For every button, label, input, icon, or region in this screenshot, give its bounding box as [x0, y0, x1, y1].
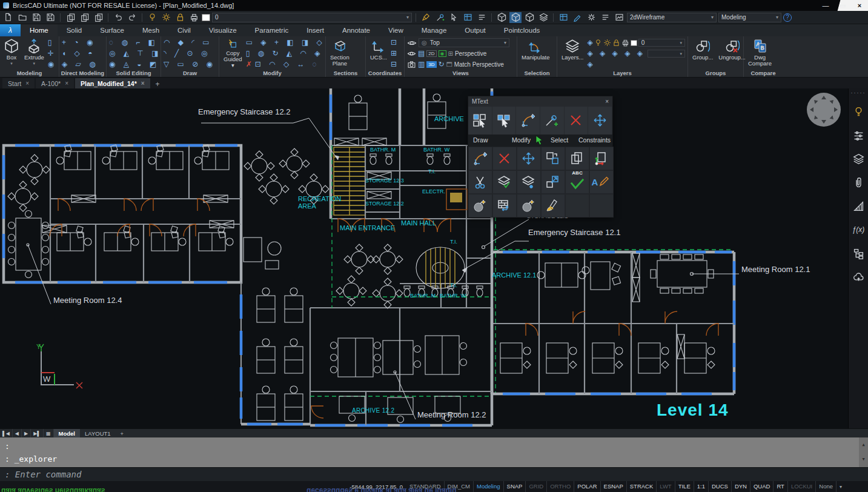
label-archive-121[interactable]: ARCHIVE 12.1: [492, 271, 536, 279]
label-level-14[interactable]: Level 14: [657, 401, 729, 420]
label-main-hall[interactable]: MAIN HALL: [401, 219, 436, 227]
layer-bulb-icon[interactable]: [594, 39, 602, 47]
last-layout-button[interactable]: ▶▌: [31, 429, 44, 437]
mtext-palette-header[interactable]: MText ×: [468, 96, 612, 107]
command-scrollbar[interactable]: ▲ ▼: [859, 437, 868, 467]
tab-annotate[interactable]: Annotate: [333, 24, 379, 36]
doc-tab-a100[interactable]: A-100*×: [36, 78, 74, 88]
tab-mesh[interactable]: Mesh: [133, 24, 168, 36]
scale-tool[interactable]: [541, 170, 565, 194]
doc-tab-plan-modified-14[interactable]: Plan_Modified_14*×: [75, 78, 150, 88]
status-quad[interactable]: QUAD: [750, 481, 774, 492]
status-polar[interactable]: POLAR: [574, 481, 600, 492]
label-meeting-room-121[interactable]: Meeting Room 12.1: [741, 265, 810, 274]
status-tile[interactable]: TILE: [675, 481, 694, 492]
image-icon[interactable]: [613, 12, 625, 23]
properties-sliders-icon[interactable]: [850, 125, 866, 145]
status-dyn[interactable]: DYN: [732, 481, 750, 492]
snap-toggle-icon[interactable]: [475, 12, 488, 23]
manipulate-button[interactable]: Manipulate: [520, 38, 551, 70]
group-button[interactable]: Group...: [691, 38, 715, 70]
new-tab-button[interactable]: +: [151, 80, 164, 88]
status-grid[interactable]: GRID: [526, 481, 547, 492]
modify-icons[interactable]: ▭ ◈ + ◧ ◨ ◇ ▯ ◍ ↻ ◭ ◠ ◈ ✗⊡ ◠ ◇ ↔ ◌: [246, 38, 325, 70]
panel-handle[interactable]: ·····: [851, 90, 866, 98]
ucs-button[interactable]: UCS...: [368, 38, 389, 70]
layer-state-select[interactable]: ▾: [648, 50, 685, 58]
status-lockui[interactable]: LOCKUI: [788, 481, 816, 492]
align-tool[interactable]: [589, 147, 614, 170]
coords-mini-icons[interactable]: ⊡: [391, 38, 400, 48]
status-esnap[interactable]: ESNAP: [601, 481, 627, 492]
delete-tool[interactable]: [492, 147, 517, 170]
scroll-up-icon[interactable]: ▲: [862, 439, 864, 451]
match-perspective-label[interactable]: Match Perspective: [454, 61, 504, 68]
label-bathr-m-low[interactable]: BATHR. M: [410, 293, 436, 299]
status-scale[interactable]: 1:1: [694, 481, 709, 492]
wipeout-tool[interactable]: [541, 194, 565, 218]
tab-visualize[interactable]: Visualize: [200, 24, 246, 36]
hidden-cube-icon[interactable]: [523, 12, 535, 23]
prev-layout-button[interactable]: ◀: [13, 429, 22, 437]
workspace-select[interactable]: Modeling▾: [718, 13, 781, 22]
copy-tool[interactable]: [565, 147, 589, 170]
cloud-upload-icon[interactable]: [850, 267, 866, 287]
label-meeting-room-122[interactable]: Meeting Room 12.2: [417, 410, 486, 419]
add-layer-tool[interactable]: [517, 170, 541, 194]
tab-insert[interactable]: Insert: [297, 24, 333, 36]
select-entities-button[interactable]: [468, 107, 492, 135]
model-tab[interactable]: Model: [54, 429, 80, 437]
rotate-button[interactable]: [516, 107, 540, 135]
label-meeting-room-124[interactable]: Meeting Room 12.4: [53, 296, 122, 305]
layers-panel-icon[interactable]: [850, 148, 866, 169]
ungroup-button[interactable]: Ungroup...: [717, 38, 747, 70]
move-wall-tool[interactable]: [492, 194, 517, 218]
status-chevron-icon[interactable]: ▾: [837, 484, 845, 490]
tab-view[interactable]: View: [379, 24, 412, 36]
eye-icon[interactable]: [407, 38, 417, 48]
close-button[interactable]: ×: [851, 2, 868, 9]
new-file-icon[interactable]: [2, 12, 15, 23]
layout-list-icon[interactable]: ▦: [44, 429, 54, 437]
view-select[interactable]: ◎Top▾: [419, 38, 509, 47]
label-storage-123[interactable]: STORAGE 12.3: [365, 178, 404, 184]
label-main-entrance[interactable]: MAIN ENTRANCE: [340, 224, 395, 231]
shaded-cube-icon[interactable]: [509, 12, 522, 23]
drawing-viewport[interactable]: W Emergency Staircase 12.2 ARCHIVE RECRE…: [0, 88, 868, 428]
layer-print-icon[interactable]: [621, 39, 629, 47]
edit-text-tool[interactable]: A: [589, 170, 614, 194]
explode-tool[interactable]: [468, 194, 492, 218]
properties-list-icon[interactable]: [599, 12, 611, 23]
direct-modeling-icons[interactable]: + ◔ ◉◖ ◇ ◓◈ ▱ ◍: [62, 38, 99, 70]
label-emergency-staircase-122[interactable]: Emergency Staircase 12.2: [198, 107, 290, 116]
label-bathr-w-low[interactable]: BATHR. W: [440, 293, 466, 299]
close-tab-icon[interactable]: ×: [65, 80, 68, 87]
move-tool[interactable]: [517, 147, 541, 170]
section-draw[interactable]: Draw: [473, 136, 488, 144]
status-dim-cm[interactable]: DIM_CM: [445, 481, 474, 492]
tab-parametric[interactable]: Parametric: [246, 24, 298, 36]
label-electr[interactable]: ELECTR.: [422, 188, 445, 194]
ribbon-layer-select[interactable]: 0▾: [638, 39, 685, 47]
draw-icons[interactable]: ◠ ◆ ◜ ▭◝ ╱ ⊙ ◎▽ ▭ ⊘ ◉: [164, 38, 216, 70]
layer-freeze-icon[interactable]: [160, 12, 172, 23]
section-select[interactable]: Select: [551, 136, 568, 144]
status-none[interactable]: None: [816, 481, 837, 492]
tab-civil[interactable]: Civil: [168, 24, 200, 36]
dwg-compare-button[interactable]: Dwg Compare: [746, 38, 774, 70]
render-cube-icon[interactable]: [537, 12, 549, 23]
copy-sheet-icon[interactable]: [64, 12, 76, 23]
close-tab-icon[interactable]: ×: [141, 80, 145, 87]
close-tab-icon[interactable]: ×: [25, 80, 29, 87]
settings-gear-icon[interactable]: [585, 12, 597, 23]
layer-lock-icon[interactable]: [612, 39, 620, 47]
tab-solid[interactable]: Solid: [58, 24, 91, 36]
minimize-button[interactable]: —: [817, 2, 834, 9]
status-rt[interactable]: RT: [774, 481, 788, 492]
copy-in-place-tool[interactable]: [541, 147, 565, 170]
camera-icon[interactable]: [407, 60, 416, 69]
close-palette-icon[interactable]: ×: [605, 98, 609, 105]
label-ti-mid[interactable]: T.I.: [450, 239, 457, 245]
label-storage-122[interactable]: STORAGE 12.2: [365, 201, 404, 207]
3d-badge[interactable]: 3D: [426, 61, 436, 68]
